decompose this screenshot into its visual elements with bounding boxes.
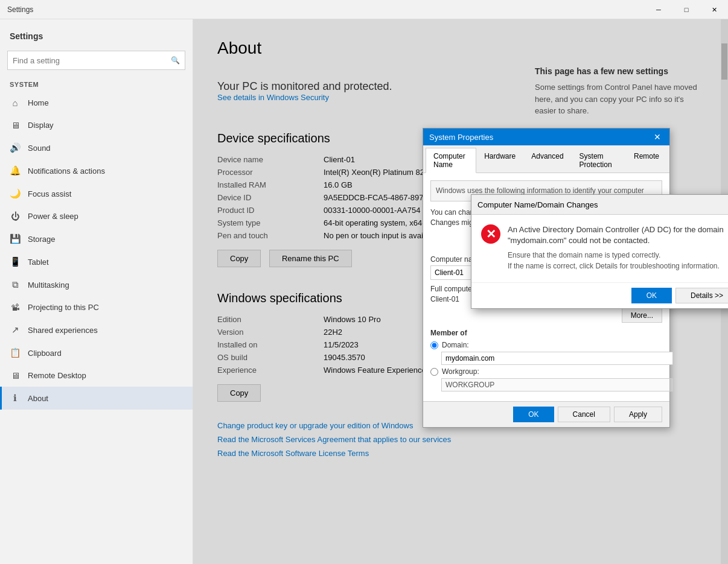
sidebar-item-label: Clipboard [28,349,62,358]
member-of-section: Member of Domain: Workgroup: [430,329,662,394]
system-props-cancel-button[interactable]: Cancel [558,407,610,422]
system-props-apply-button[interactable]: Apply [614,407,662,422]
tab-system-protection[interactable]: System Protection [572,148,626,173]
sidebar-item-label: Remote Desktop [28,371,86,380]
storage-icon: 💾 [10,233,21,244]
system-props-tabs: Computer Name Hardware Advanced System P… [423,145,669,173]
error-body: ✕ An Active Directory Domain Controller … [471,215,728,282]
error-dialog: Computer Name/Domain Changes ✕ ✕ An Acti… [471,194,728,309]
sidebar-item-label: Tablet [28,258,49,267]
app-container: Settings 🔍 System ⌂ Home 🖥 Display 🔊 Sou… [0,19,728,564]
sidebar-item-display[interactable]: 🖥 Display [0,114,193,136]
sidebar-item-multitasking[interactable]: ⧉ Multitasking [0,273,193,296]
search-icon: 🔍 [171,56,180,65]
power-icon: ⏻ [10,211,21,221]
system-props-footer: OK Cancel Apply [423,401,669,427]
domain-radio-row: Domain: [430,341,662,349]
domain-input[interactable] [441,352,673,365]
shared-icon: ↗ [10,325,21,335]
remote-icon: 🖥 [10,370,21,381]
workgroup-input[interactable] [441,378,673,391]
error-footer: OK Details >> [471,282,728,308]
sidebar-item-label: Multitasking [28,280,69,290]
sidebar-item-focus[interactable]: 🌙 Focus assist [0,182,193,205]
domain-radio[interactable] [430,341,438,349]
search-box[interactable]: 🔍 [7,51,185,70]
sidebar-item-tablet[interactable]: 📱 Tablet [0,250,193,273]
sidebar-item-label: Power & sleep [28,212,78,221]
window-controls: ─ □ ✕ [645,0,728,19]
sidebar-item-label: Display [28,121,54,130]
workgroup-radio[interactable] [430,368,438,376]
sound-icon: 🔊 [10,142,21,153]
system-props-info-text: Windows uses the following information t… [436,186,644,195]
sidebar-item-label: Notifications & actions [28,166,105,176]
notifications-icon: 🔔 [10,165,21,176]
minimize-button[interactable]: ─ [645,0,672,19]
title-bar: Settings ─ □ ✕ [0,0,728,19]
multitasking-icon: ⧉ [10,279,21,290]
display-icon: 🖥 [10,120,21,130]
sidebar-item-label: Storage [28,235,56,244]
home-icon: ⌂ [10,98,21,108]
sidebar-item-label: About [28,394,48,403]
sidebar: Settings 🔍 System ⌂ Home 🖥 Display 🔊 Sou… [0,19,193,564]
search-input[interactable] [13,56,171,65]
close-button[interactable]: ✕ [700,0,728,19]
focus-icon: 🌙 [10,188,21,199]
member-of-label: Member of [430,329,662,337]
projecting-icon: 📽 [10,302,21,312]
sidebar-item-label: Home [28,98,49,107]
sidebar-item-shared[interactable]: ↗ Shared experiences [0,318,193,341]
error-titlebar: Computer Name/Domain Changes ✕ [471,195,728,215]
sidebar-item-about[interactable]: ℹ About [0,387,193,410]
workgroup-radio-row: Workgroup: [430,367,662,376]
sidebar-item-label: Sound [28,144,51,153]
sidebar-item-home[interactable]: ⌂ Home [0,92,193,114]
error-title: Computer Name/Domain Changes [477,200,598,209]
main-content: About Your PC is monitored and protected… [193,19,728,564]
system-props-ok-button[interactable]: OK [513,407,554,422]
error-icon: ✕ [481,224,500,244]
about-icon: ℹ [10,393,21,404]
more-button[interactable]: More... [622,308,662,323]
sidebar-item-label: Projecting to this PC [28,303,99,312]
sidebar-section-label: System [0,77,193,92]
sidebar-item-remote[interactable]: 🖥 Remote Desktop [0,364,193,387]
error-content: An Active Directory Domain Controller (A… [508,224,728,273]
sidebar-item-notifications[interactable]: 🔔 Notifications & actions [0,159,193,182]
domain-label: Domain: [442,341,469,349]
error-main-text: An Active Directory Domain Controller (A… [508,224,728,246]
tab-computer-name[interactable]: Computer Name [426,148,476,173]
tab-remote[interactable]: Remote [626,148,667,173]
system-props-titlebar: System Properties ✕ [423,128,669,145]
sidebar-item-label: Shared experiences [28,326,98,335]
sidebar-item-label: Focus assist [28,189,71,198]
sidebar-item-power[interactable]: ⏻ Power & sleep [0,205,193,227]
sidebar-item-projecting[interactable]: 📽 Projecting to this PC [0,296,193,318]
tab-advanced[interactable]: Advanced [523,148,571,173]
clipboard-icon: 📋 [10,347,21,358]
tablet-icon: 📱 [10,256,21,267]
error-x-icon: ✕ [486,227,496,241]
sidebar-header: Settings [0,19,193,46]
app-title: Settings [7,5,33,14]
system-props-close-button[interactable]: ✕ [651,132,663,142]
error-sub-text-2: If the name is correct, click Details fo… [508,262,728,270]
error-details-button[interactable]: Details >> [675,288,728,303]
sidebar-item-clipboard[interactable]: 📋 Clipboard [0,341,193,364]
error-ok-button[interactable]: OK [631,288,672,303]
sidebar-item-sound[interactable]: 🔊 Sound [0,136,193,159]
tab-hardware[interactable]: Hardware [476,148,523,173]
workgroup-label: Workgroup: [442,367,479,376]
sidebar-item-storage[interactable]: 💾 Storage [0,227,193,250]
error-sub-text-1: Ensure that the domain name is typed cor… [508,251,728,259]
system-props-title: System Properties [429,133,493,142]
maximize-button[interactable]: □ [672,0,700,19]
